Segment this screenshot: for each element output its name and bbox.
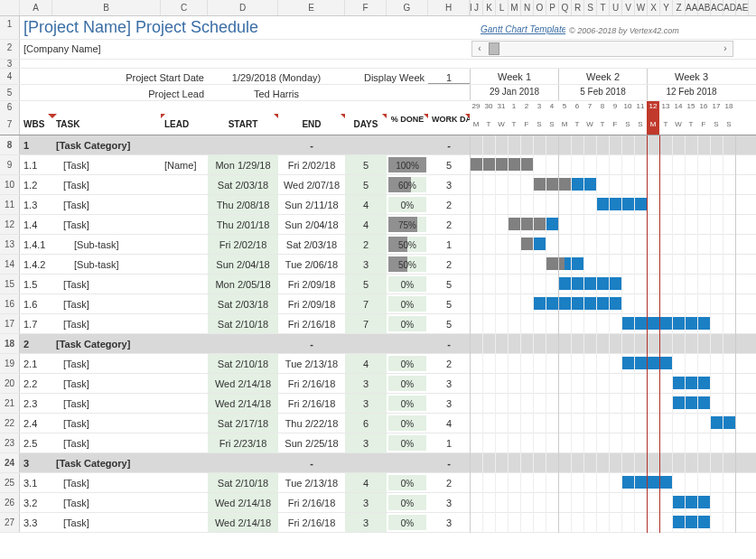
row-num[interactable]: 10 xyxy=(0,175,20,194)
cell-work[interactable]: 5 xyxy=(428,314,470,333)
row-num[interactable]: 20 xyxy=(0,374,20,393)
row-num[interactable]: 8 xyxy=(0,135,20,154)
cell-work[interactable]: 2 xyxy=(428,195,470,214)
cell-work[interactable]: - xyxy=(428,334,470,353)
cell-end[interactable]: Tue 2/13/18 xyxy=(278,473,345,492)
cell-task[interactable]: [Task] xyxy=(52,275,161,293)
cell-task[interactable]: [Task] xyxy=(52,195,161,214)
cell-pct[interactable]: 0% xyxy=(387,294,428,313)
cell-lead[interactable] xyxy=(161,513,208,532)
cell-wbs[interactable]: 3.1 xyxy=(20,473,52,492)
cell-start[interactable]: Fri 2/23/18 xyxy=(208,433,278,452)
cell-lead[interactable] xyxy=(161,354,208,373)
cell-work[interactable]: 2 xyxy=(428,215,470,234)
col-header[interactable]: C xyxy=(161,0,208,15)
row-num[interactable]: 3 xyxy=(0,60,20,68)
cell-wbs[interactable]: 1.4.2 xyxy=(20,255,52,274)
cell-wbs[interactable]: 1.1 xyxy=(20,155,52,174)
cell-wbs[interactable]: 1.7 xyxy=(20,314,52,333)
col-header[interactable]: AB xyxy=(698,0,711,15)
col-header[interactable]: F xyxy=(345,0,387,15)
cell-end[interactable]: Fri 2/16/18 xyxy=(278,513,345,532)
cell-days[interactable]: 3 xyxy=(345,255,387,274)
cell-end[interactable]: Fri 2/16/18 xyxy=(278,394,345,413)
row-num[interactable]: 1 xyxy=(0,16,20,39)
col-header[interactable]: J xyxy=(471,0,483,15)
cell-work[interactable]: 3 xyxy=(428,493,470,512)
cell-lead[interactable] xyxy=(161,275,208,293)
row-num[interactable]: 15 xyxy=(0,275,20,293)
cell-start[interactable]: Mon 1/29/18 xyxy=(208,155,278,174)
cell-lead[interactable]: [Name] xyxy=(161,155,208,174)
cell-end[interactable]: - xyxy=(278,453,345,472)
cell-start[interactable]: Sat 2/03/18 xyxy=(208,175,278,194)
cell-work[interactable]: 3 xyxy=(428,513,470,532)
cell-days[interactable]: 3 xyxy=(345,493,387,512)
col-task[interactable]: TASK xyxy=(52,114,161,135)
row-num[interactable]: 22 xyxy=(0,414,20,433)
cell-days[interactable]: 4 xyxy=(345,195,387,214)
col-header[interactable]: L xyxy=(496,0,509,15)
cell-pct[interactable]: 50% xyxy=(387,235,428,254)
cell-wbs[interactable]: 2.4 xyxy=(20,414,52,433)
cell-lead[interactable] xyxy=(161,433,208,452)
cell-end[interactable]: Wed 2/07/18 xyxy=(278,175,345,194)
col-header[interactable]: X xyxy=(648,0,660,15)
col-header[interactable]: Y xyxy=(660,0,673,15)
cell-task[interactable]: [Task Category] xyxy=(52,453,161,472)
row-num[interactable]: 21 xyxy=(0,394,20,413)
cell-work[interactable]: 2 xyxy=(428,255,470,274)
cell-wbs[interactable]: 2.3 xyxy=(20,394,52,413)
cell-end[interactable]: Fri 2/16/18 xyxy=(278,374,345,393)
cell-pct[interactable]: 0% xyxy=(387,374,428,393)
cell-pct[interactable]: 0% xyxy=(387,414,428,433)
scroll-handle[interactable] xyxy=(489,42,499,55)
cell-task[interactable]: [Task Category] xyxy=(52,135,161,154)
scroll-left-icon[interactable]: ‹ xyxy=(472,42,487,56)
cell-lead[interactable] xyxy=(161,255,208,274)
cell-start[interactable]: Wed 2/14/18 xyxy=(208,394,278,413)
cell-task[interactable]: [Sub-task] xyxy=(52,235,161,254)
cell-pct[interactable]: 0% xyxy=(387,513,428,532)
col-workdays[interactable]: WORK DAYS xyxy=(428,114,470,135)
cell-work[interactable]: 2 xyxy=(428,473,470,492)
col-header[interactable]: V xyxy=(622,0,635,15)
cell-end[interactable]: Sun 2/11/18 xyxy=(278,195,345,214)
cell-start[interactable]: Sat 2/03/18 xyxy=(208,294,278,313)
cell-days[interactable]: 3 xyxy=(345,513,387,532)
display-week-input[interactable]: 1 xyxy=(428,69,470,84)
cell-task[interactable]: [Task] xyxy=(52,175,161,194)
cell-pct[interactable]: 50% xyxy=(387,255,428,274)
cell-work[interactable]: 4 xyxy=(428,414,470,433)
row-num[interactable]: 25 xyxy=(0,473,20,492)
col-header[interactable]: AA xyxy=(686,0,698,15)
cell-task[interactable]: [Task] xyxy=(52,374,161,393)
cell-lead[interactable] xyxy=(161,453,208,472)
cell-days[interactable]: 4 xyxy=(345,473,387,492)
cell-start[interactable]: Wed 2/14/18 xyxy=(208,493,278,512)
row-num[interactable]: 17 xyxy=(0,314,20,333)
row-num[interactable]: 18 xyxy=(0,334,20,353)
cell-wbs[interactable]: 1.5 xyxy=(20,275,52,293)
row-num[interactable]: 5 xyxy=(0,85,20,100)
cell-end[interactable]: Sun 2/25/18 xyxy=(278,433,345,452)
cell-end[interactable]: Tue 2/13/18 xyxy=(278,354,345,373)
gantt-scroll[interactable]: ‹› xyxy=(471,41,733,57)
cell-lead[interactable] xyxy=(161,314,208,333)
cell-task[interactable]: [Task] xyxy=(52,215,161,234)
col-header[interactable]: K xyxy=(483,0,496,15)
cell-lead[interactable] xyxy=(161,374,208,393)
col-days[interactable]: DAYS xyxy=(345,114,387,135)
cell-task[interactable]: [Task] xyxy=(52,473,161,492)
col-header[interactable]: S xyxy=(584,0,597,15)
cell-end[interactable]: Sat 2/03/18 xyxy=(278,235,345,254)
col-header[interactable]: O xyxy=(534,0,546,15)
cell-wbs[interactable]: 2.5 xyxy=(20,433,52,452)
col-pct[interactable]: % DONE xyxy=(387,114,428,135)
cell-lead[interactable] xyxy=(161,135,208,154)
cell-work[interactable]: - xyxy=(428,453,470,472)
cell-work[interactable]: 5 xyxy=(428,155,470,174)
row-num[interactable]: 4 xyxy=(0,69,20,84)
cell-days[interactable]: 4 xyxy=(345,215,387,234)
cell-pct[interactable]: 75% xyxy=(387,215,428,234)
